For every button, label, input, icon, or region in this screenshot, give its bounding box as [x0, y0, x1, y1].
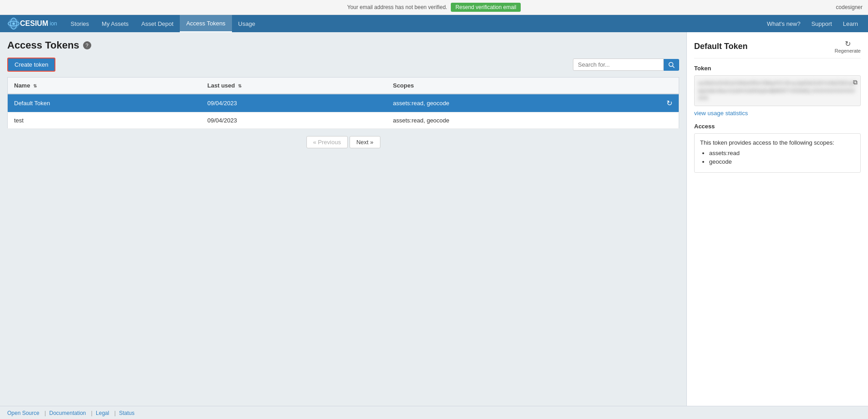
- access-list: assets:read geocode: [700, 150, 855, 165]
- logo-ion: ion: [48, 20, 57, 27]
- sort-name-icon: ⇅: [33, 83, 37, 88]
- nav-item-my-assets[interactable]: My Assets: [95, 15, 135, 32]
- search-input[interactable]: [573, 58, 664, 71]
- table-row[interactable]: Default Token 09/04/2023 assets:read, ge…: [8, 94, 679, 112]
- sort-last-used-icon: ⇅: [238, 83, 242, 88]
- table-row[interactable]: test 09/04/2023 assets:read, geocode: [8, 112, 679, 129]
- nav-item-asset-depot[interactable]: Asset Depot: [135, 15, 180, 32]
- footer-documentation[interactable]: Documentation: [49, 410, 86, 416]
- col-scopes: Scopes: [386, 78, 660, 94]
- table-header: Name ⇅ Last used ⇅ Scopes: [8, 78, 679, 94]
- username-display: codesigner: [836, 4, 863, 10]
- tokens-table: Name ⇅ Last used ⇅ Scopes Default Token …: [7, 77, 679, 129]
- token-name-cell: Default Token: [8, 94, 201, 112]
- access-section: This token provides access to the follow…: [694, 133, 861, 173]
- token-display: eyJhbGciOiJIUzI1NiIsInR5cCI6IkpXVCJ9.eyJ…: [694, 75, 861, 106]
- token-scopes-cell: assets:read, geocode: [386, 112, 660, 129]
- panel-title: Default Token: [694, 42, 748, 51]
- table-body: Default Token 09/04/2023 assets:read, ge…: [8, 94, 679, 129]
- footer: Open Source | Documentation | Legal | St…: [0, 406, 868, 419]
- footer-legal[interactable]: Legal: [96, 410, 109, 416]
- create-token-button[interactable]: Create token: [7, 58, 55, 72]
- access-desc: This token provides access to the follow…: [700, 139, 855, 146]
- nav-learn[interactable]: Learn: [838, 15, 863, 32]
- view-usage-link[interactable]: view usage statistics: [694, 110, 861, 117]
- logo-area: CESIUM ion: [0, 15, 64, 32]
- verification-banner: Your email address has not been verified…: [0, 0, 868, 15]
- page-title: Access Tokens: [7, 39, 79, 51]
- nav-whats-new[interactable]: What's new?: [762, 15, 805, 32]
- regenerate-label: Regenerate: [835, 48, 861, 54]
- footer-open-source[interactable]: Open Source: [7, 410, 39, 416]
- help-icon[interactable]: ?: [83, 41, 91, 49]
- token-value: eyJhbGciOiJIUzI1NiIsInR5cCI6IkpXVCJ9.eyJ…: [698, 79, 857, 102]
- prev-button[interactable]: « Previous: [306, 136, 348, 148]
- access-section-title: Access: [694, 123, 861, 130]
- col-last-used[interactable]: Last used ⇅: [201, 78, 387, 94]
- regenerate-icon: ↻: [845, 39, 851, 48]
- list-item: assets:read: [709, 150, 855, 156]
- panel-title-row: Default Token ↻ Regenerate: [694, 39, 861, 58]
- list-item: geocode: [709, 158, 855, 165]
- regenerate-button[interactable]: ↻ Regenerate: [835, 39, 861, 54]
- cesium-logo-icon: [7, 17, 20, 30]
- token-scopes-cell: assets:read, geocode: [386, 94, 660, 112]
- search-button[interactable]: [664, 59, 679, 71]
- main-navigation: CESIUM ion Stories My Assets Asset Depot…: [0, 15, 868, 32]
- nav-right: What's new? Support Learn: [762, 15, 868, 32]
- footer-status[interactable]: Status: [119, 410, 134, 416]
- copy-token-button[interactable]: ⧉: [853, 78, 858, 86]
- toolbar-row: Create token: [7, 58, 679, 72]
- svg-line-5: [673, 66, 675, 68]
- right-panel: Default Token ↻ Regenerate Token eyJhbGc…: [686, 32, 868, 406]
- nav-item-usage[interactable]: Usage: [232, 15, 262, 32]
- logo-cesium: CESIUM: [20, 19, 48, 28]
- next-button[interactable]: Next »: [350, 136, 380, 148]
- svg-point-3: [12, 22, 15, 24]
- verify-message: Your email address has not been verified…: [347, 4, 447, 10]
- token-name-cell: test: [8, 112, 201, 129]
- search-area: [573, 58, 679, 71]
- main-content: Access Tokens ? Create token: [0, 32, 686, 406]
- token-last-used-cell: 09/04/2023: [201, 112, 387, 129]
- nav-items: Stories My Assets Asset Depot Access Tok…: [64, 15, 763, 32]
- nav-item-stories[interactable]: Stories: [64, 15, 95, 32]
- col-name[interactable]: Name ⇅: [8, 78, 201, 94]
- token-section-title: Token: [694, 65, 861, 72]
- content-wrapper: Access Tokens ? Create token: [0, 32, 868, 406]
- nav-item-access-tokens[interactable]: Access Tokens: [180, 15, 232, 32]
- token-refresh-cell: ↻: [660, 94, 679, 112]
- refresh-icon[interactable]: ↻: [666, 99, 672, 107]
- token-last-used-cell: 09/04/2023: [201, 94, 387, 112]
- nav-support[interactable]: Support: [807, 15, 837, 32]
- resend-verification-button[interactable]: Resend verification email: [451, 3, 521, 12]
- pagination-row: « Previous Next »: [7, 136, 679, 148]
- search-icon: [668, 62, 675, 68]
- page-title-row: Access Tokens ?: [7, 39, 679, 51]
